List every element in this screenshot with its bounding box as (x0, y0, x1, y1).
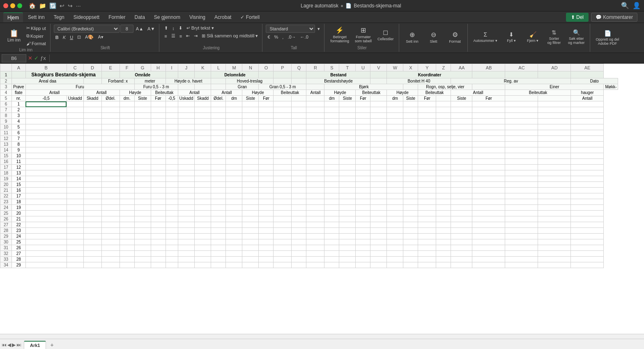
cell-aa3[interactable] (472, 84, 505, 90)
col-header-r[interactable]: R (306, 64, 324, 71)
profile-icon[interactable]: 👤 (632, 2, 641, 9)
cell-f5[interactable]: dm. (120, 96, 134, 101)
fill-color-button[interactable]: A🎨 (83, 34, 95, 41)
cell-y6[interactable] (418, 101, 436, 107)
lim-inn-button[interactable]: 📋 Lim inn (4, 28, 24, 44)
clear-button[interactable]: 🧹 Fjern ▾ (523, 30, 543, 44)
cell-d5[interactable]: Skadd (83, 96, 101, 101)
align-bottom-button[interactable]: ⬇ (177, 25, 184, 32)
find-select-button[interactable]: 🔍 Søk etterog marker (566, 28, 587, 46)
cell-m6[interactable] (226, 101, 242, 107)
cell-y4[interactable]: Beiteuttak (418, 90, 451, 96)
cell-k3[interactable] (195, 84, 211, 90)
col-header-n[interactable]: N (242, 64, 259, 71)
cell-p4[interactable]: Beiteuttak (274, 90, 306, 96)
merge-center-button[interactable]: ⊞ Slå sammen og midtstill ▾ (200, 32, 260, 39)
cell-ae1[interactable] (571, 71, 604, 78)
cell-c6[interactable] (67, 101, 83, 107)
cell-s4[interactable]: Høyde (324, 90, 356, 96)
cell-p5[interactable] (274, 96, 292, 101)
cell-styles-button[interactable]: ◻ Cellestiler (375, 27, 396, 42)
cell-ab1[interactable] (472, 71, 505, 78)
cell-p6[interactable] (274, 101, 292, 107)
home-icon[interactable]: 🏠 (29, 2, 36, 9)
col-header-f[interactable]: F (120, 64, 134, 71)
cell-ab5[interactable]: Før (472, 96, 505, 101)
cell-ad5[interactable] (538, 96, 571, 101)
cell-l5[interactable]: Ødel. (211, 96, 226, 101)
cell-b4[interactable]: Antall (25, 90, 83, 96)
share-icon[interactable]: 🔃 (49, 2, 56, 9)
indent-decrease-button[interactable]: ⇤ (184, 32, 191, 39)
cell-r6[interactable] (306, 101, 324, 107)
tab-visning[interactable]: Visning (185, 13, 209, 22)
col-header-a[interactable]: A (12, 64, 26, 71)
italic-button[interactable]: K (61, 34, 67, 41)
cell-r1[interactable]: Bestand (306, 71, 370, 78)
cell-p2[interactable] (274, 78, 292, 84)
confirm-formula-icon[interactable]: ✓ (34, 55, 39, 61)
add-sheet-button[interactable]: + (47, 340, 57, 349)
bold-button[interactable]: B (54, 34, 60, 41)
close-button[interactable] (3, 3, 8, 8)
cell-r2[interactable]: Bestandshøyde (306, 78, 370, 84)
cell-h5[interactable]: Før (151, 96, 166, 101)
cell-a5[interactable]: nr. (12, 96, 26, 101)
align-right-button[interactable]: ≡ (178, 33, 184, 39)
delete-cells-button[interactable]: ⊖ Slett (424, 30, 444, 45)
cell-k6[interactable] (195, 101, 211, 107)
cell-f6[interactable] (120, 101, 134, 107)
cell-a2[interactable]: Areal daa (12, 78, 84, 84)
col-header-p[interactable]: P (274, 64, 292, 71)
cell-l4[interactable]: Antall (211, 90, 242, 96)
cell-p1[interactable] (274, 71, 292, 78)
cell-n5[interactable]: Siste (242, 96, 259, 101)
col-header-ab[interactable]: AB (472, 64, 505, 71)
col-header-u[interactable]: U (356, 64, 370, 71)
cell-e2[interactable]: Forband: x (101, 78, 134, 84)
cell-m5[interactable]: dm (226, 96, 242, 101)
search-icon[interactable]: 🔍 (621, 2, 629, 9)
cell-b1[interactable]: Skogkurs Bestands-skjema (25, 71, 101, 78)
col-header-x[interactable]: X (403, 64, 418, 71)
comma-button[interactable]: , (281, 34, 285, 40)
col-header-l[interactable]: L (211, 64, 226, 71)
tab-hjem[interactable]: Hjem (3, 12, 23, 22)
col-header-z[interactable]: Z (436, 64, 451, 71)
sheet-nav-prev[interactable]: ◀ (7, 342, 11, 348)
cell-ad6[interactable] (538, 101, 571, 107)
cell-d6[interactable] (83, 101, 101, 107)
cell-l2[interactable] (211, 78, 226, 84)
cell-w3[interactable] (403, 84, 418, 90)
cell-a6[interactable]: 1 (12, 101, 26, 107)
cell-n4[interactable]: Høyde (242, 90, 274, 96)
decimal-increase-button[interactable]: .0→ (286, 34, 297, 40)
cell-q2[interactable] (292, 78, 306, 84)
align-center-button[interactable]: ☰ (170, 32, 177, 39)
cell-v5[interactable] (370, 96, 387, 101)
col-header-k[interactable]: K (195, 64, 211, 71)
adobe-pdf-button[interactable]: 📄 Opprett og delAdobe PDF (593, 29, 622, 47)
cell-aa2[interactable]: Reg. av (451, 78, 571, 84)
cell-q1[interactable] (292, 71, 306, 78)
undo-icon[interactable]: ↩ (60, 2, 64, 9)
align-top-button[interactable]: ⬆ (163, 25, 170, 32)
col-header-b[interactable]: B (25, 64, 67, 71)
cell-a1[interactable] (12, 71, 26, 78)
cell-w5[interactable]: dm (387, 96, 403, 101)
ribbon-tab-bar[interactable]: Hjem Sett inn Tegn Sideoppsett Formler D… (0, 11, 644, 23)
cell-j3[interactable] (178, 84, 195, 90)
cell-q3[interactable] (306, 84, 324, 90)
cell-c5[interactable]: Uskadd (67, 96, 83, 101)
cell-s6[interactable] (324, 101, 339, 107)
cell-j5[interactable]: Uskadd (178, 96, 195, 101)
formula-input[interactable] (53, 55, 642, 61)
tab-sideoppsett[interactable]: Sideoppsett (69, 13, 104, 22)
cell-ae5[interactable]: Antall (571, 96, 604, 101)
cell-m3[interactable]: Gran (226, 84, 259, 90)
cell-w1[interactable]: Koordinater (387, 71, 472, 78)
tab-sett-inn[interactable]: Sett inn (24, 13, 49, 22)
cell-n3[interactable]: Gran 0,5 - 3 m (259, 84, 306, 90)
cell-i1[interactable] (166, 71, 178, 78)
cell-x6[interactable] (403, 101, 418, 107)
